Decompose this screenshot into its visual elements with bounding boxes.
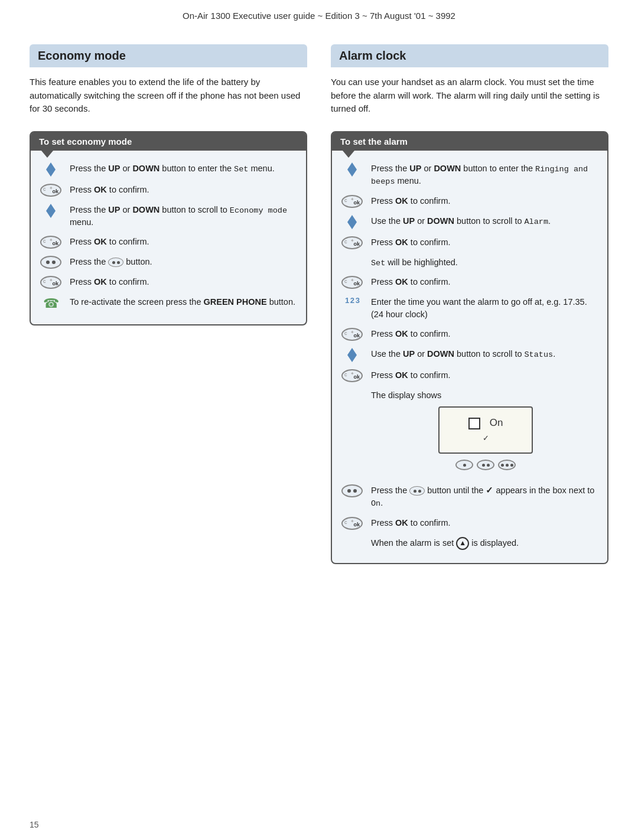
alarm-display-box-container: On ✓ — [371, 406, 600, 470]
display-check: ✓ — [483, 433, 489, 444]
header-title: On-Air 1300 Executive user guide ~ Editi… — [183, 11, 455, 21]
page-header: On-Air 1300 Executive user guide ~ Editi… — [0, 0, 638, 27]
alarm-display-label — [339, 388, 365, 389]
display-checkbox — [468, 418, 480, 429]
alarm-updown-2 — [339, 214, 365, 229]
alarm-step-1: Press the UP or DOWN button to enter the… — [339, 161, 600, 188]
disp-btn-3 — [498, 460, 516, 470]
updown-icon-2 — [38, 203, 64, 218]
alarm-step-14-text: When the alarm is set ▲ is displayed. — [371, 536, 600, 550]
alarm-column: Alarm clock You can use your handset as … — [331, 44, 608, 564]
alarm-instruction-box: To set the alarm Press the UP or DOWN bu… — [331, 131, 608, 564]
alarm-section-body: You can use your handset as an alarm clo… — [331, 67, 608, 122]
phone-icon-1: ☎ — [38, 295, 64, 311]
economy-step-4: ✦ Press OK to confirm. — [38, 235, 299, 249]
alarm-step-7-text: Enter the time you want the alarm to go … — [371, 295, 600, 321]
alarm-step-13-text: Press OK to confirm. — [371, 516, 600, 529]
alarm-step-7: 1 2 3 Enter the time you want the alarm … — [339, 295, 600, 321]
alarm-ok-5: ✦ — [339, 368, 365, 382]
alarm-step-10: ✦ Press OK to confirm. — [339, 368, 600, 382]
alarm-step-12: Press the button until the ✓ appears in … — [339, 483, 600, 510]
alarm-section-header: Alarm clock — [331, 44, 608, 67]
alarm-ok-6: ✦ — [339, 516, 365, 530]
alarm-step-8: ✦ Press OK to confirm. — [339, 327, 600, 341]
economy-box-header: To set economy mode — [31, 132, 306, 151]
economy-steps: Press the UP or DOWN button to enter the… — [31, 151, 306, 325]
alarm-step-6-text: Press OK to confirm. — [371, 275, 600, 288]
economy-section-body: This feature enables you to extend the l… — [30, 67, 307, 122]
alarm-step-11: The display shows On ✓ — [339, 388, 600, 477]
economy-step-5-text: Press the button. — [70, 255, 299, 268]
economy-step-6-text: Press OK to confirm. — [70, 275, 299, 288]
alarm-step-5: Set will be highlighted. — [339, 255, 600, 269]
alarm-set-icon: ▲ — [456, 537, 469, 550]
economy-column: Economy mode This feature enables you to… — [30, 44, 307, 325]
alarm-ok-2: ✦ — [339, 235, 365, 249]
alarm-display-box: On ✓ — [438, 406, 533, 454]
alarm-step-3: Use the UP or DOWN button to scroll to A… — [339, 214, 600, 229]
alarm-step-4-text: Press OK to confirm. — [371, 235, 600, 249]
alarm-step-11-text: The display shows On ✓ — [371, 388, 600, 477]
economy-step-5: Press the button. — [38, 255, 299, 269]
disp-btn-2 — [477, 460, 494, 470]
alarm-updown-3 — [339, 347, 365, 362]
ok-icon-2: ✦ — [38, 235, 64, 249]
alarm-step-12-text: Press the button until the ✓ appears in … — [371, 483, 600, 510]
alarm-updown-1 — [339, 161, 365, 177]
alarm-step-8-text: Press OK to confirm. — [371, 327, 600, 340]
economy-body-text: This feature enables you to extend the l… — [30, 77, 300, 113]
alarm-step-3-text: Use the UP or DOWN button to scroll to A… — [371, 214, 600, 228]
economy-step-2-text: Press OK to confirm. — [70, 183, 299, 196]
economy-step-1-text: Press the UP or DOWN button to enter the… — [70, 161, 299, 175]
alarm-ok-3: ✦ — [339, 275, 365, 289]
alarm-none-1 — [339, 255, 365, 256]
display-buttons-row — [455, 460, 516, 470]
alarm-step-5-text: Set will be highlighted. — [371, 255, 600, 269]
economy-instruction-box: To set economy mode Press the UP or DOWN… — [30, 131, 307, 326]
alarm-none-2 — [339, 536, 365, 537]
economy-step-7: ☎ To re-activate the screen press the GR… — [38, 295, 299, 311]
main-content: Economy mode This feature enables you to… — [0, 27, 638, 582]
economy-section-header: Economy mode — [30, 44, 307, 67]
economy-step-4-text: Press OK to confirm. — [70, 235, 299, 248]
economy-step-3: Press the UP or DOWN button to scroll to… — [38, 203, 299, 229]
ok-icon-1: ✦ — [38, 183, 64, 197]
updown-icon-1 — [38, 161, 64, 177]
alarm-step-10-text: Press OK to confirm. — [371, 368, 600, 382]
alarm-ok-1: ✦ — [339, 194, 365, 208]
alarm-body-text: You can use your handset as an alarm clo… — [331, 77, 600, 113]
alarm-step-2-text: Press OK to confirm. — [371, 194, 600, 207]
alarm-steps: Press the UP or DOWN button to enter the… — [332, 151, 607, 563]
page-number: 15 — [30, 820, 39, 829]
economy-step-3-text: Press the UP or DOWN button to scroll to… — [70, 203, 299, 229]
alarm-box-header: To set the alarm — [332, 132, 607, 151]
alarm-step-9-text: Use the UP or DOWN button to scroll to S… — [371, 347, 600, 361]
alarm-step-4: ✦ Press OK to confirm. — [339, 235, 600, 249]
ok-icon-3: ✦ — [38, 275, 64, 289]
alarm-step-6: ✦ Press OK to confirm. — [339, 275, 600, 289]
alarm-step-1-text: Press the UP or DOWN button to enter the… — [371, 161, 600, 188]
display-on-text: On — [490, 416, 503, 431]
alarm-step-13: ✦ Press OK to confirm. — [339, 516, 600, 530]
alarm-step-2: ✦ Press OK to confirm. — [339, 194, 600, 208]
alarm-dots-1 — [339, 483, 365, 497]
economy-step-7-text: To re-activate the screen press the GREE… — [70, 295, 299, 308]
dots-icon-1 — [38, 255, 64, 269]
economy-step-6: ✦ Press OK to confirm. — [38, 275, 299, 289]
economy-step-1: Press the UP or DOWN button to enter the… — [38, 161, 299, 177]
economy-step-2: ✦ Press OK to confirm. — [38, 183, 299, 197]
alarm-step-14: When the alarm is set ▲ is displayed. — [339, 536, 600, 550]
alarm-ok-4: ✦ — [339, 327, 365, 341]
alarm-num-icon: 1 2 3 — [339, 295, 365, 305]
alarm-step-9: Use the UP or DOWN button to scroll to S… — [339, 347, 600, 362]
disp-btn-1 — [455, 460, 473, 470]
